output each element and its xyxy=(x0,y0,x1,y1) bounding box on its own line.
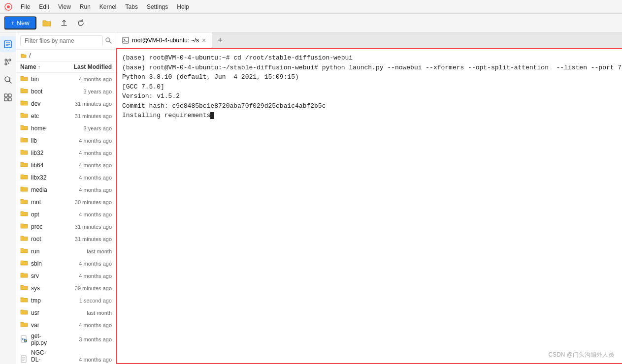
list-item[interactable]: media 4 months ago xyxy=(16,183,116,196)
sidebar-git-icon[interactable] xyxy=(0,54,16,70)
file-name: proc xyxy=(31,223,48,230)
menu-edit[interactable]: Edit xyxy=(35,2,53,11)
list-item[interactable]: etc 31 minutes ago xyxy=(16,110,116,122)
list-item[interactable]: boot 3 years ago xyxy=(16,85,116,97)
file-name: var xyxy=(31,322,48,329)
terminal-line: [GCC 7.5.0] xyxy=(122,82,622,92)
file-modified: 4 months ago xyxy=(48,162,112,168)
list-item[interactable]: sys 39 minutes ago xyxy=(16,282,116,294)
list-item[interactable]: run last month xyxy=(16,245,116,257)
file-modified: 3 years ago xyxy=(48,89,112,94)
app-logo xyxy=(4,2,13,11)
file-type-icon xyxy=(20,320,29,330)
sidebar-extensions-icon[interactable] xyxy=(0,90,16,105)
file-modified: 4 months ago xyxy=(48,322,112,328)
search-input[interactable] xyxy=(20,35,103,46)
file-type-icon xyxy=(20,246,29,256)
list-item[interactable]: dev 31 minutes ago xyxy=(16,97,116,110)
main-layout: / Name ↑ Last Modified bin 4 months ago … xyxy=(0,32,622,364)
file-modified: 4 months ago xyxy=(48,175,112,181)
file-modified: 4 months ago xyxy=(48,212,112,217)
terminal-content[interactable]: (base) root@VM-0-4-ubuntu:~# cd /root/st… xyxy=(116,48,622,364)
icon-sidebar xyxy=(0,32,16,364)
file-list: bin 4 months ago boot 3 years ago dev 31… xyxy=(16,73,116,364)
file-name: sbin xyxy=(31,260,48,267)
sidebar-files-icon[interactable] xyxy=(0,36,16,52)
svg-rect-25 xyxy=(123,37,129,43)
file-name: home xyxy=(31,125,48,132)
list-item[interactable]: var 4 months ago xyxy=(16,319,116,331)
file-type-icon xyxy=(20,173,29,182)
file-name: root xyxy=(31,236,48,243)
file-type-icon xyxy=(20,283,29,293)
list-item[interactable]: lib64 4 months ago xyxy=(16,159,116,171)
col-modified-header[interactable]: Last Modified xyxy=(48,63,112,70)
file-name: NGC-DL-C.. xyxy=(31,349,48,364)
list-item[interactable]: lib 4 months ago xyxy=(16,134,116,147)
list-item[interactable]: py get-pip.py 3 months ago xyxy=(16,331,116,348)
list-item[interactable]: root 31 minutes ago xyxy=(16,233,116,245)
svg-point-15 xyxy=(106,38,110,42)
list-item[interactable]: opt 4 months ago xyxy=(16,208,116,220)
col-name-header[interactable]: Name ↑ xyxy=(20,63,48,70)
file-name: lib xyxy=(31,137,48,144)
folder-button[interactable] xyxy=(39,17,54,29)
search-icon[interactable] xyxy=(105,37,112,45)
file-type-icon: py xyxy=(20,335,29,344)
new-button[interactable]: + New xyxy=(4,16,36,30)
list-item[interactable]: srv 4 months ago xyxy=(16,270,116,282)
list-item[interactable]: lib32 4 months ago xyxy=(16,147,116,159)
file-name: sys xyxy=(31,285,48,292)
file-name: dev xyxy=(31,100,48,107)
breadcrumb-path: / xyxy=(29,52,31,59)
file-modified: 4 months ago xyxy=(48,187,112,193)
file-modified: 31 minutes ago xyxy=(48,113,112,119)
refresh-button[interactable] xyxy=(74,17,88,29)
file-type-icon xyxy=(20,111,29,121)
file-name: lib64 xyxy=(31,162,48,169)
file-type-icon xyxy=(20,308,29,317)
list-item[interactable]: usr last month xyxy=(16,306,116,319)
file-name: tmp xyxy=(31,297,48,304)
svg-point-1 xyxy=(7,5,10,8)
menu-kernel[interactable]: Kernel xyxy=(96,2,121,11)
file-type-icon xyxy=(20,355,29,364)
list-item[interactable]: bin 4 months ago xyxy=(16,73,116,85)
menu-help[interactable]: Help xyxy=(173,2,193,11)
terminal-line: Installing requirements xyxy=(122,111,622,121)
file-modified: 4 months ago xyxy=(48,138,112,144)
tab-close-button[interactable]: × xyxy=(202,37,206,44)
file-type-icon xyxy=(20,296,29,305)
list-item[interactable]: NGC-DL-C.. 4 months ago xyxy=(16,348,116,364)
menu-run[interactable]: Run xyxy=(76,2,95,11)
menu-file[interactable]: File xyxy=(17,2,34,11)
file-modified: 4 months ago xyxy=(48,76,112,82)
list-item[interactable]: proc 31 minutes ago xyxy=(16,220,116,233)
list-item[interactable]: libx32 4 months ago xyxy=(16,171,116,183)
breadcrumb: / xyxy=(16,50,116,61)
menu-settings[interactable]: Settings xyxy=(143,2,172,11)
svg-rect-12 xyxy=(8,94,11,97)
file-name: boot xyxy=(31,88,48,95)
sidebar-search-icon[interactable] xyxy=(0,72,16,88)
file-modified: last month xyxy=(48,310,112,316)
file-name: etc xyxy=(31,113,48,120)
list-item[interactable]: sbin 4 months ago xyxy=(16,257,116,270)
menu-view[interactable]: View xyxy=(54,2,75,11)
terminal-tab[interactable]: root@VM-0-4-ubuntu: ~/s × xyxy=(116,32,212,48)
svg-point-8 xyxy=(5,63,7,65)
menu-tabs[interactable]: Tabs xyxy=(122,2,142,11)
search-bar xyxy=(16,32,116,50)
list-item[interactable]: tmp 1 second ago xyxy=(16,294,116,306)
terminal-cursor xyxy=(210,112,214,119)
file-list-header: Name ↑ Last Modified xyxy=(16,61,116,73)
sort-arrow-icon: ↑ xyxy=(38,64,40,70)
file-modified: 31 minutes ago xyxy=(48,101,112,107)
list-item[interactable]: mnt 30 minutes ago xyxy=(16,196,116,208)
list-item[interactable]: home 3 years ago xyxy=(16,122,116,134)
file-type-icon xyxy=(20,185,29,194)
upload-button[interactable] xyxy=(57,17,71,29)
svg-rect-13 xyxy=(4,98,7,101)
tab-add-button[interactable]: + xyxy=(212,32,228,48)
toolbar: + New xyxy=(0,14,622,32)
